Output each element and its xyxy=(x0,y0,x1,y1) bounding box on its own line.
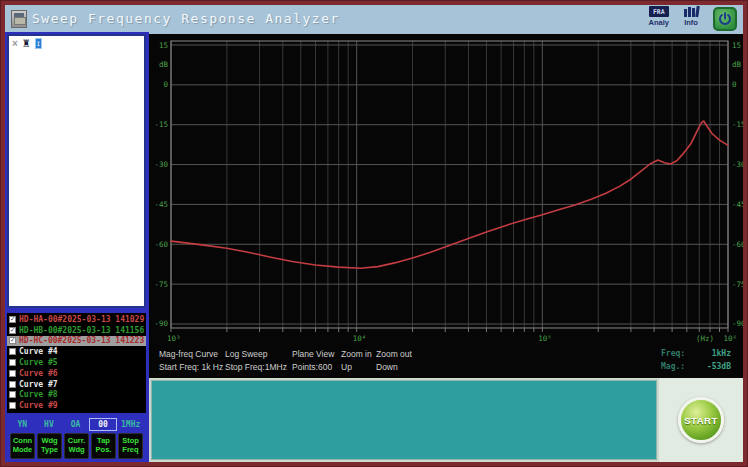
info-button[interactable]: Info xyxy=(681,6,701,27)
power-button[interactable] xyxy=(713,7,737,31)
tap-pos--button[interactable]: TapPos. xyxy=(91,433,116,459)
axis-label: 15 xyxy=(159,41,168,50)
status-zoom-out[interactable]: Zoom out xyxy=(376,349,412,359)
curve-row[interactable]: Curve #6 xyxy=(7,368,146,379)
curve-row[interactable]: Curve #5 xyxy=(7,357,146,368)
curve-label: Curve #8 xyxy=(19,390,58,399)
curr-wdg-button[interactable]: Curr.Wdg xyxy=(64,433,89,459)
axis-label: 10³ xyxy=(167,334,181,343)
analy-button[interactable]: FRA Analy xyxy=(649,6,669,27)
curve-checkbox[interactable] xyxy=(9,402,16,409)
param-value[interactable]: HV xyxy=(36,418,63,431)
curve-checkbox[interactable] xyxy=(9,391,16,398)
readout-value: -53dB xyxy=(695,362,731,371)
axis-label: 10⁶ xyxy=(723,334,737,343)
readout-label: Freq: xyxy=(661,349,685,358)
frequency-response-chart[interactable]: 151500-15-15-30-30-45-45-60-60-75-75-90-… xyxy=(149,34,743,346)
curve-row[interactable]: ✓HD-HA-00#2025-03-13 141029 xyxy=(7,314,146,325)
axis-label: 10⁵ xyxy=(538,334,552,343)
footer: START xyxy=(149,378,743,462)
curve-checkbox[interactable] xyxy=(9,348,16,355)
analy-icon: FRA xyxy=(649,6,669,17)
readout-label: Mag.: xyxy=(661,362,685,371)
axis-label: -75 xyxy=(732,280,743,289)
curve-list: ✓HD-HA-00#2025-03-13 141029✓HD-HB-00#202… xyxy=(7,313,146,413)
curve-row[interactable]: ✓HD-HC-00#2025-03-13 141223 xyxy=(7,336,146,347)
curve-checkbox[interactable]: ✓ xyxy=(9,337,16,344)
status-log-sweep[interactable]: Log Sweep xyxy=(225,349,268,359)
info-icon xyxy=(681,6,701,17)
result-tree-panel[interactable]: × ♜ I xyxy=(7,34,146,308)
start-button[interactable]: START xyxy=(678,397,724,443)
soft-button-row: ConnModeWdgTypeCurr.WdgTapPos.StopFreq xyxy=(7,433,146,461)
curve-row[interactable]: Curve #4 xyxy=(7,346,146,357)
tree-toolbar: × ♜ I xyxy=(9,36,144,51)
curve-checkbox[interactable] xyxy=(9,370,16,377)
axis-label: -45 xyxy=(732,200,743,209)
axis-label: -45 xyxy=(154,200,168,209)
param-value[interactable]: OA xyxy=(62,418,89,431)
axis-label: -90 xyxy=(154,319,168,328)
axis-label: 10⁴ xyxy=(353,334,367,343)
stop-freq-button[interactable]: StopFreq xyxy=(118,433,143,459)
response-curve xyxy=(171,121,728,268)
param-value[interactable]: YN xyxy=(9,418,36,431)
curve-row[interactable]: Curve #8 xyxy=(7,390,146,401)
readout-value: 1kHz xyxy=(695,349,731,358)
axis-label: -15 xyxy=(154,120,168,129)
chart-panel: 151500-15-15-30-30-45-45-60-60-75-75-90-… xyxy=(149,34,743,378)
left-sidebar: × ♜ I ✓HD-HA-00#2025-03-13 141029✓HD-HB-… xyxy=(5,32,149,462)
info-label: Info xyxy=(684,18,698,27)
status-zoom-in[interactable]: Zoom in xyxy=(341,349,372,359)
curve-checkbox[interactable]: ✓ xyxy=(9,316,16,323)
param-value[interactable]: 1MHz xyxy=(117,418,144,431)
axis-label: -15 xyxy=(732,120,743,129)
curve-label: HD-HB-00#2025-03-13 141156 xyxy=(19,326,144,335)
axis-label: -30 xyxy=(732,160,743,169)
curve-row[interactable]: Curve #7 xyxy=(7,379,146,390)
curve-label: Curve #5 xyxy=(19,358,58,367)
instrument-icon[interactable]: ♜ xyxy=(22,39,31,49)
curve-label: Curve #9 xyxy=(19,401,58,410)
power-icon xyxy=(718,12,732,26)
status-mag-freq-curve[interactable]: Mag-freq Curve xyxy=(159,349,218,359)
message-console xyxy=(151,380,657,460)
axis-label: -60 xyxy=(154,240,168,249)
param-value[interactable]: 00 xyxy=(89,418,118,431)
delete-icon[interactable]: × xyxy=(12,39,18,49)
status-down[interactable]: Down xyxy=(376,362,398,372)
title-bar: Sweep Frequency Response Analyzer FRA An… xyxy=(5,5,743,32)
axis-label: 0 xyxy=(163,80,168,89)
axis-label: -60 xyxy=(732,240,743,249)
curve-label: Curve #7 xyxy=(19,380,58,389)
axis-label: dB xyxy=(732,60,742,69)
axis-label: 0 xyxy=(732,80,737,89)
title-bar-tools: FRA Analy Info xyxy=(649,6,737,31)
conn-mode-button[interactable]: ConnMode xyxy=(10,433,35,459)
axis-label: -75 xyxy=(154,280,168,289)
status-row-1: Mag-freq CurveLog SweepPlane ViewZoom in… xyxy=(149,349,743,362)
curve-checkbox[interactable] xyxy=(9,359,16,366)
axis-label: -30 xyxy=(154,160,168,169)
curve-row[interactable]: Curve #9 xyxy=(7,400,146,411)
app-icon xyxy=(11,10,27,28)
status-stop-freq-1mhz[interactable]: Stop Freq:1MHz xyxy=(225,362,287,372)
status-start-freq-1k-hz[interactable]: Start Freq: 1k Hz xyxy=(159,362,223,372)
param-value-row: YNHVOA001MHz xyxy=(7,418,146,431)
axis-label: 15 xyxy=(732,41,741,50)
curve-checkbox[interactable] xyxy=(9,381,16,388)
curve-label: Curve #4 xyxy=(19,347,58,356)
cursor-icon[interactable]: I xyxy=(35,38,42,49)
curve-checkbox[interactable]: ✓ xyxy=(9,327,16,334)
axis-label: (Hz) xyxy=(696,334,714,343)
window-title: Sweep Frequency Response Analyzer xyxy=(32,11,340,26)
curve-label: Curve #6 xyxy=(19,369,58,378)
status-plane-view[interactable]: Plane View xyxy=(292,349,334,359)
wdg-type-button[interactable]: WdgType xyxy=(37,433,62,459)
status-up[interactable]: Up xyxy=(341,362,352,372)
curve-row[interactable]: ✓HD-HB-00#2025-03-13 141156 xyxy=(7,325,146,336)
start-panel: START xyxy=(659,378,743,462)
window-inner: Sweep Frequency Response Analyzer FRA An… xyxy=(5,5,743,462)
analy-label: Analy xyxy=(649,18,669,27)
status-points-600[interactable]: Points:600 xyxy=(292,362,332,372)
